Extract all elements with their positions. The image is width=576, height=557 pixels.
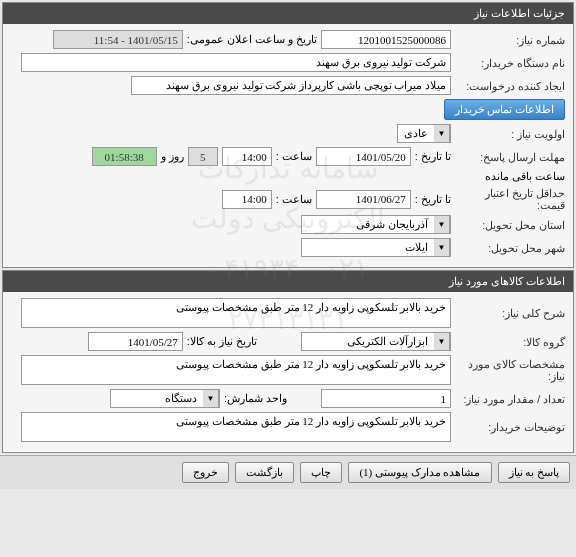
footer-toolbar: پاسخ به نیاز مشاهده مدارک پیوستی (1) چاپ… [0,455,576,489]
province-label: استان محل تحویل: [455,219,565,231]
time-label-1: ساعت : [276,150,312,163]
time-label-2: ساعت : [276,193,312,206]
chevron-down-icon: ▼ [434,333,450,350]
panel2-title: اطلاعات کالاهای مورد نیاز [3,271,573,292]
days-label: روز و [161,150,184,163]
priority-label: اولویت نیاز : [455,128,565,140]
province-dropdown[interactable]: ▼ آذربایجان شرقی [301,215,451,234]
validity-date-field[interactable] [316,190,411,209]
days-field [188,147,218,166]
city-dropdown[interactable]: ▼ ایلات [301,238,451,257]
qty-field[interactable] [321,389,451,408]
unit-label: واحد شمارش: [224,392,287,405]
panel1-title: جزئیات اطلاعات نیاز [3,3,573,24]
buyer-org-label: نام دستگاه خریدار: [455,57,565,69]
validity-label: حداقل تاریخ اعتبار قیمت: [455,187,565,211]
announce-field [53,30,183,49]
chevron-down-icon: ▼ [203,390,219,407]
deadline-date-field[interactable] [316,147,411,166]
chevron-down-icon: ▼ [434,239,450,256]
print-button[interactable]: چاپ [300,462,342,483]
respond-button[interactable]: پاسخ به نیاز [498,462,571,483]
exit-button[interactable]: خروج [182,462,229,483]
group-label: گروه کالا: [455,336,565,348]
qty-label: تعداد / مقدار مورد نیاز: [455,393,565,405]
need-number-field[interactable] [321,30,451,49]
contact-buyer-button[interactable]: اطلاعات تماس خریدار [444,99,566,120]
creator-field[interactable] [131,76,451,95]
need-number-label: شماره نیاز: [455,34,565,46]
priority-dropdown[interactable]: ▼ عادی [397,124,451,143]
spec-field[interactable] [21,355,451,385]
panel-goods-info: اطلاعات کالاهای مورد نیاز شرح کلی نیاز: … [2,270,574,453]
validity-time-field[interactable] [222,190,272,209]
buyer-org-field[interactable] [21,53,451,72]
to-date-label: تا تاریخ : [415,150,451,163]
attachments-button[interactable]: مشاهده مدارک پیوستی (1) [348,462,491,483]
need-date-field[interactable] [88,332,183,351]
group-dropdown[interactable]: ▼ ابزارآلات الکتریکی [301,332,451,351]
to-date-label-2: تا تاریخ : [415,193,451,206]
back-button[interactable]: بازگشت [235,462,294,483]
announce-label: تاریخ و ساعت اعلان عمومی: [187,33,317,46]
desc-field[interactable] [21,298,451,328]
deadline-time-field[interactable] [222,147,272,166]
city-label: شهر محل تحویل: [455,242,565,254]
creator-label: ایجاد کننده درخواست: [455,80,565,92]
desc-label: شرح کلی نیاز: [455,307,565,319]
deadline-label: مهلت ارسال پاسخ: [455,151,565,163]
chevron-down-icon: ▼ [434,125,450,142]
buyer-notes-field[interactable] [21,412,451,442]
chevron-down-icon: ▼ [434,216,450,233]
panel-need-details: جزئیات اطلاعات نیاز شماره نیاز: تاریخ و … [2,2,574,268]
need-date-label: تاریخ نیاز به کالا: [187,335,257,348]
unit-dropdown[interactable]: ▼ دستگاه [110,389,220,408]
buyer-notes-label: توضیحات خریدار: [455,421,565,433]
spec-label: مشخصات کالای مورد نیاز: [455,358,565,382]
remaining-label: ساعت باقی مانده [485,170,565,183]
remaining-time-field [92,147,157,166]
